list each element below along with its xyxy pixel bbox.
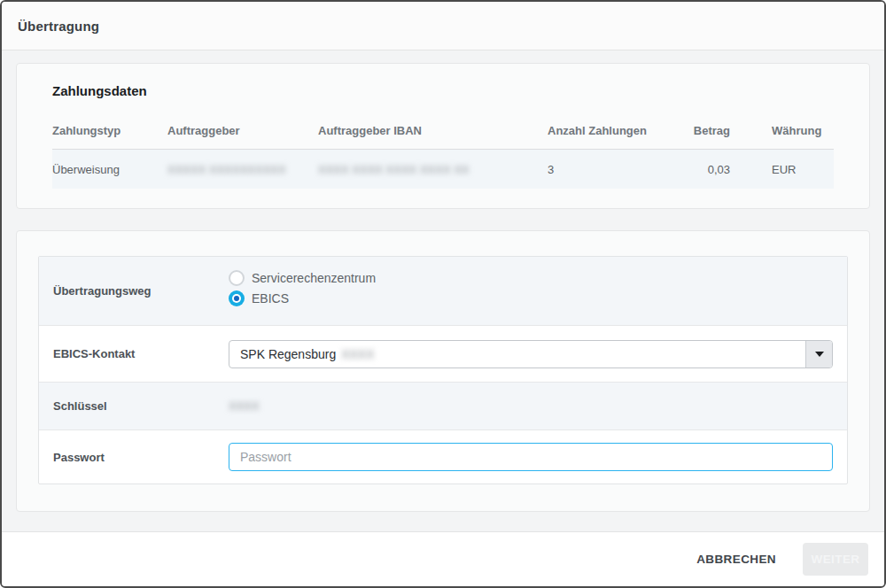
payment-data-panel: Zahlungsdaten Zahlungstyp Auftraggeber A… bbox=[16, 63, 870, 209]
dropdown-open-button[interactable] bbox=[805, 341, 832, 368]
radio-option-servicerechenzentrum[interactable]: Servicerechenzentrum bbox=[229, 270, 833, 286]
col-header-anzahl-zahlungen: Anzahl Zahlungen bbox=[548, 124, 648, 137]
radio-unselected-icon[interactable] bbox=[229, 270, 245, 286]
cell-zahlungstyp: Überweisung bbox=[52, 163, 167, 176]
cell-waehrung: EUR bbox=[730, 163, 834, 176]
cell-auftraggeber-redacted: XXXXX XXXXXXXXXX bbox=[167, 163, 318, 176]
form-row-schluessel: Schlüssel XXXX bbox=[39, 383, 847, 430]
chevron-down-icon bbox=[815, 352, 824, 357]
redacted-text: XXXX bbox=[341, 347, 374, 361]
passwort-input[interactable] bbox=[229, 443, 833, 471]
uebertragungsweg-label: Übertragungsweg bbox=[53, 270, 229, 298]
abbrechen-button[interactable]: ABBRECHEN bbox=[693, 545, 780, 573]
form-row-uebertragungsweg: Übertragungsweg Servicerechenzentrum EBI… bbox=[39, 257, 847, 326]
ebics-kontakt-label: EBICS-Kontakt bbox=[53, 347, 229, 360]
redacted-text: XXXX XXXX XXXX XXXX XX bbox=[318, 163, 470, 176]
col-header-betrag: Betrag bbox=[648, 124, 730, 137]
payment-table-row: Überweisung XXXXX XXXXXXXXXX XXXX XXXX X… bbox=[52, 150, 834, 189]
transfer-settings-panel: Übertragungsweg Servicerechenzentrum EBI… bbox=[16, 230, 870, 512]
cell-betrag: 0,03 bbox=[648, 163, 730, 176]
col-header-auftraggeber: Auftraggeber bbox=[167, 124, 318, 137]
radio-option-label: Servicerechenzentrum bbox=[252, 271, 376, 285]
dialog-content: Zahlungsdaten Zahlungstyp Auftraggeber A… bbox=[2, 50, 884, 531]
uebertragung-dialog: Übertragung Zahlungsdaten Zahlungstyp Au… bbox=[0, 0, 886, 588]
schluessel-label: Schlüssel bbox=[53, 399, 229, 413]
radio-option-ebics[interactable]: EBICS bbox=[229, 290, 833, 306]
passwort-label: Passwort bbox=[53, 451, 229, 464]
dialog-title: Übertragung bbox=[18, 19, 99, 34]
ebics-kontakt-value-text: SPK Regensburg bbox=[240, 347, 336, 361]
ebics-kontakt-selected-value: SPK Regensburg XXXX bbox=[229, 341, 805, 368]
cell-auftraggeber-iban-redacted: XXXX XXXX XXXX XXXX XX bbox=[318, 163, 548, 176]
dialog-titlebar: Übertragung bbox=[2, 2, 884, 50]
radio-selected-icon[interactable] bbox=[229, 290, 245, 306]
col-header-waehrung: Währung bbox=[730, 124, 834, 137]
cell-anzahl-zahlungen: 3 bbox=[548, 163, 648, 176]
col-header-auftraggeber-iban: Auftraggeber IBAN bbox=[318, 124, 548, 137]
ebics-kontakt-select[interactable]: SPK Regensburg XXXX bbox=[229, 340, 833, 368]
payment-table-header: Zahlungstyp Auftraggeber Auftraggeber IB… bbox=[52, 112, 834, 150]
dialog-footer: ABBRECHEN WEITER bbox=[2, 531, 884, 586]
form-row-ebics-kontakt: EBICS-Kontakt SPK Regensburg XXXX bbox=[39, 326, 847, 383]
form-row-passwort: Passwort bbox=[39, 430, 847, 484]
transfer-form-box: Übertragungsweg Servicerechenzentrum EBI… bbox=[38, 256, 848, 484]
radio-option-label: EBICS bbox=[252, 291, 289, 306]
payment-section-heading: Zahlungsdaten bbox=[52, 83, 834, 98]
redacted-text: XXXXX XXXXXXXXXX bbox=[167, 163, 286, 176]
weiter-button[interactable]: WEITER bbox=[803, 543, 868, 576]
schluessel-value: XXXX bbox=[229, 399, 833, 413]
redacted-text: XXXX bbox=[229, 399, 260, 413]
uebertragungsweg-radio-group: Servicerechenzentrum EBICS bbox=[229, 270, 833, 306]
col-header-zahlungstyp: Zahlungstyp bbox=[52, 124, 167, 137]
